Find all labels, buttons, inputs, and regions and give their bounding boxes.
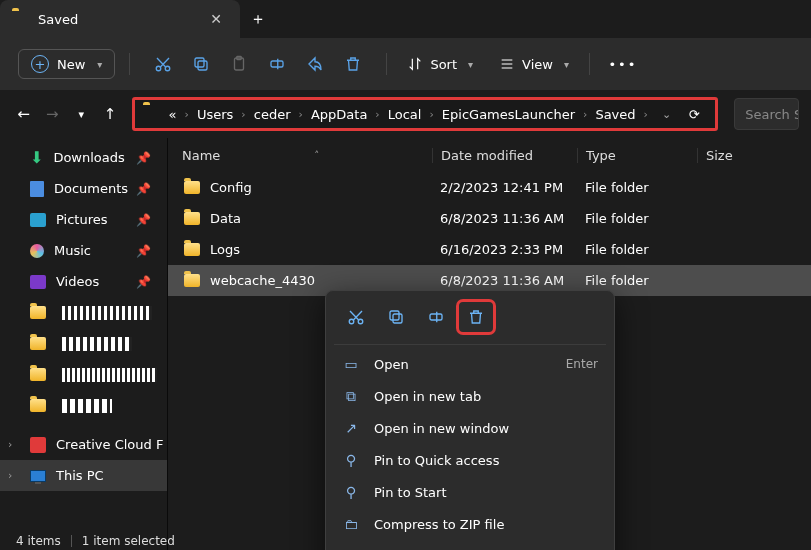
pin-icon: 📌	[136, 213, 151, 227]
ctx-delete-button[interactable]	[458, 301, 494, 333]
pin-icon: ⚲	[342, 452, 360, 468]
file-date: 6/8/2023 11:36 AM	[432, 211, 577, 226]
nav-row: ← → ▾ ↑ « › Users › ceder › AppData › Lo…	[0, 90, 811, 138]
column-headers[interactable]: Name˄ Date modified Type Size	[168, 138, 811, 172]
svg-rect-10	[390, 311, 399, 320]
sidebar-item-label: Videos	[56, 274, 99, 289]
ctx-copy-path[interactable]: ⧉ Copy as path Ctrl+Shift+C	[326, 540, 614, 550]
file-type: File folder	[577, 242, 697, 257]
svg-point-8	[358, 319, 363, 324]
col-type[interactable]: Type	[577, 148, 697, 163]
more-button[interactable]: •••	[604, 45, 642, 83]
ctx-cut-button[interactable]	[338, 301, 374, 333]
forward-button[interactable]: →	[41, 101, 64, 127]
breadcrumb-dropdown[interactable]: ⌄	[656, 108, 677, 121]
svg-point-0	[157, 66, 162, 71]
list-item[interactable]: Config 2/2/2023 12:41 PM File folder	[168, 172, 811, 203]
status-bar: 4 items 1 item selected	[0, 532, 175, 550]
ctx-compress-zip[interactable]: 🗀 Compress to ZIP file	[326, 508, 614, 540]
up-button[interactable]: ↑	[99, 101, 122, 127]
breadcrumb-item[interactable]: Saved	[595, 107, 635, 122]
chevron-right-icon: ›	[579, 108, 591, 121]
ctx-open-new-tab[interactable]: ⧉ Open in new tab	[326, 380, 614, 412]
separator	[589, 53, 590, 75]
download-icon: ⬇	[30, 148, 43, 167]
breadcrumb[interactable]: « › Users › ceder › AppData › Local › Ep…	[132, 97, 719, 131]
file-name: webcache_4430	[210, 273, 432, 288]
sidebar-item-videos[interactable]: Videos 📌	[0, 266, 167, 297]
ctx-rename-button[interactable]	[418, 301, 454, 333]
sidebar-item-pinned[interactable]	[0, 390, 167, 421]
chevron-right-icon: ›	[295, 108, 307, 121]
recent-locations-button[interactable]: ▾	[70, 101, 93, 127]
col-name[interactable]: Name˄	[182, 148, 432, 163]
sidebar-item-downloads[interactable]: ⬇ Downloads 📌	[0, 142, 167, 173]
folder-icon	[182, 274, 202, 287]
col-date[interactable]: Date modified	[432, 148, 577, 163]
sidebar-item-creative-cloud[interactable]: › Creative Cloud F	[0, 429, 167, 460]
sort-button[interactable]: Sort ▾	[401, 56, 479, 72]
new-button[interactable]: + New ▾	[18, 49, 115, 79]
ctx-pin-quick[interactable]: ⚲ Pin to Quick access	[326, 444, 614, 476]
sidebar-item-music[interactable]: Music 📌	[0, 235, 167, 266]
svg-point-7	[349, 319, 354, 324]
search-input[interactable]: Search Save	[734, 98, 799, 130]
breadcrumb-item[interactable]: AppData	[311, 107, 367, 122]
file-type: File folder	[577, 211, 697, 226]
breadcrumb-item[interactable]: EpicGamesLauncher	[442, 107, 575, 122]
breadcrumb-overflow[interactable]: «	[169, 107, 177, 122]
sort-label: Sort	[430, 57, 457, 72]
copy-button[interactable]	[182, 45, 220, 83]
breadcrumb-item[interactable]: Local	[388, 107, 422, 122]
folder-icon	[12, 11, 28, 27]
svg-rect-2	[198, 61, 207, 70]
pin-icon: 📌	[136, 275, 151, 289]
sidebar-item-pinned[interactable]	[0, 359, 167, 390]
rename-button[interactable]	[258, 45, 296, 83]
sidebar-item-pinned[interactable]	[0, 297, 167, 328]
paste-button[interactable]	[220, 45, 258, 83]
new-tab-button[interactable]: ＋	[240, 1, 276, 37]
window-tab[interactable]: Saved ✕	[0, 0, 240, 38]
cut-button[interactable]	[144, 45, 182, 83]
folder-icon	[30, 337, 46, 350]
ctx-open-new-window[interactable]: ↗ Open in new window	[326, 412, 614, 444]
status-count: 4 items	[16, 534, 61, 548]
svg-rect-9	[393, 314, 402, 323]
open-icon: ▭	[342, 356, 360, 372]
sidebar-item-documents[interactable]: Documents 📌	[0, 173, 167, 204]
breadcrumb-item[interactable]: Users	[197, 107, 233, 122]
sidebar-item-label: This PC	[56, 468, 104, 483]
list-item[interactable]: Logs 6/16/2023 2:33 PM File folder	[168, 234, 811, 265]
file-name: Logs	[210, 242, 432, 257]
col-size[interactable]: Size	[697, 148, 777, 163]
sidebar-item-pinned[interactable]	[0, 328, 167, 359]
file-type: File folder	[577, 273, 697, 288]
sidebar-item-pictures[interactable]: Pictures 📌	[0, 204, 167, 235]
context-menu: ▭ Open Enter ⧉ Open in new tab ↗ Open in…	[325, 290, 615, 550]
breadcrumb-item[interactable]: ceder	[254, 107, 291, 122]
back-button[interactable]: ←	[12, 101, 35, 127]
sidebar-item-label: Downloads	[53, 150, 124, 165]
share-button[interactable]	[296, 45, 334, 83]
pc-icon	[30, 470, 46, 482]
refresh-button[interactable]: ⟳	[681, 107, 707, 122]
view-button[interactable]: View ▾	[493, 56, 575, 72]
separator	[386, 53, 387, 75]
close-tab-button[interactable]: ✕	[204, 9, 228, 29]
ctx-label: Pin to Start	[374, 485, 446, 500]
file-date: 6/8/2023 11:36 AM	[432, 273, 577, 288]
chevron-right-icon: ›	[640, 108, 652, 121]
pin-icon: 📌	[136, 151, 151, 165]
ctx-label: Pin to Quick access	[374, 453, 499, 468]
delete-button[interactable]	[334, 45, 372, 83]
new-label: New	[57, 57, 85, 72]
list-item[interactable]: Data 6/8/2023 11:36 AM File folder	[168, 203, 811, 234]
sidebar-item-label: Music	[54, 243, 91, 258]
file-name: Config	[210, 180, 432, 195]
ctx-copy-button[interactable]	[378, 301, 414, 333]
sidebar-item-this-pc[interactable]: › This PC	[0, 460, 167, 491]
ctx-pin-start[interactable]: ⚲ Pin to Start	[326, 476, 614, 508]
ctx-label: Open in new tab	[374, 389, 481, 404]
ctx-open[interactable]: ▭ Open Enter	[326, 348, 614, 380]
